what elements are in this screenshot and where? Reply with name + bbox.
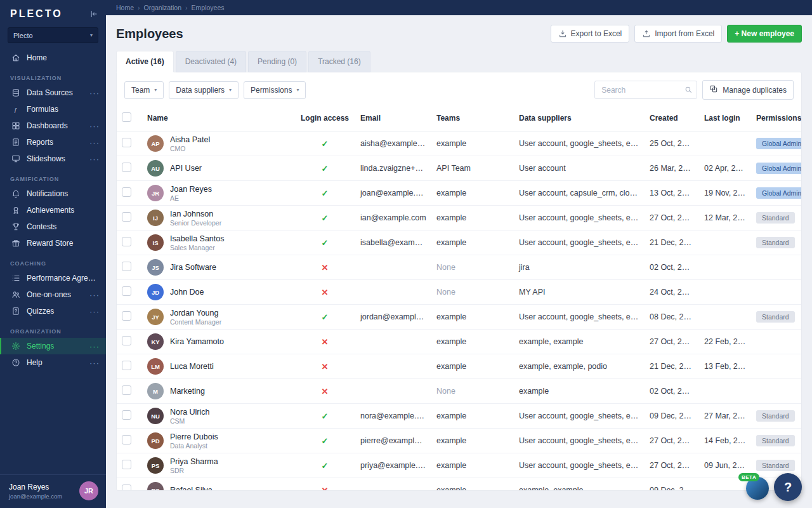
breadcrumb-separator: › xyxy=(185,4,188,11)
row-checkbox[interactable] xyxy=(122,336,131,345)
employee-name: John Doe xyxy=(170,288,204,297)
table-row[interactable]: MMarketing✕Noneexample02 Oct, 2024 xyxy=(117,379,801,404)
sidebar-item-contests[interactable]: Contests xyxy=(0,218,106,235)
login-access-granted-icon: ✓ xyxy=(322,139,329,149)
table-row[interactable]: KYKira Yamamoto✕exampleexample, example2… xyxy=(117,330,801,354)
breadcrumb-item-organization[interactable]: Organization xyxy=(144,4,182,11)
table-row[interactable]: APAisha PatelCMO✓aisha@example.comexampl… xyxy=(117,131,801,156)
table-row[interactable]: LMLuca Moretti✕exampleexample, example, … xyxy=(117,354,801,379)
collapse-sidebar-icon[interactable] xyxy=(89,10,98,18)
team-filter[interactable]: Team ▾ xyxy=(124,81,164,99)
table-row[interactable]: JYJordan YoungContent Manager✓jordan@exa… xyxy=(117,305,801,330)
item-options-icon[interactable]: ··· xyxy=(89,138,100,147)
item-options-icon[interactable]: ··· xyxy=(89,154,100,164)
export-to-excel-button[interactable]: Export to Excel xyxy=(551,25,630,43)
sidebar-item-formulas[interactable]: ƒFormulas xyxy=(0,101,106,117)
header-actions: Export to Excel Import from Excel + New … xyxy=(551,25,802,43)
row-checkbox[interactable] xyxy=(122,237,131,246)
import-from-excel-button[interactable]: Import from Excel xyxy=(634,25,722,43)
sidebar-item-home[interactable]: Home xyxy=(0,50,106,66)
login-access-granted-icon: ✓ xyxy=(322,164,329,173)
new-employee-button[interactable]: + New employee xyxy=(727,25,802,43)
workspace-selector[interactable]: Plecto ▾ xyxy=(8,27,98,43)
employee-role: Sales Manager xyxy=(170,244,224,251)
sidebar-item-dashboards[interactable]: Dashboards··· xyxy=(0,117,106,134)
row-checkbox[interactable] xyxy=(122,262,131,271)
row-checkbox[interactable] xyxy=(122,138,131,147)
user-profile[interactable]: Joan Reyes joan@example.com JR xyxy=(0,474,106,508)
row-checkbox[interactable] xyxy=(122,361,131,370)
tab-pending[interactable]: Pending (0) xyxy=(248,51,306,72)
tab-active[interactable]: Active (16) xyxy=(116,51,174,72)
tab-tracked[interactable]: Tracked (16) xyxy=(308,51,370,72)
breadcrumb-item-home[interactable]: Home xyxy=(116,4,134,11)
search-input[interactable] xyxy=(594,81,697,99)
permissions-cell xyxy=(751,280,801,305)
sidebar-item-reports[interactable]: Reports··· xyxy=(0,134,106,150)
sidebar-item-settings[interactable]: Settings··· xyxy=(0,338,106,354)
table-row[interactable]: JDJohn Doe✕NoneMY API24 Oct, 2024 xyxy=(117,280,801,305)
employee-name-cell: NUNora UlrichCSM xyxy=(147,407,289,425)
table-row[interactable]: PSPriya SharmaSDR✓priya@example.comexamp… xyxy=(117,453,801,478)
sidebar-item-data-sources[interactable]: Data Sources··· xyxy=(0,84,106,101)
item-options-icon[interactable]: ··· xyxy=(89,121,100,131)
avatar: JS xyxy=(147,259,164,276)
help-launcher-button[interactable]: ? xyxy=(774,473,802,501)
created-cell: 26 Mar, 2024 xyxy=(645,156,699,181)
svg-text:ƒ: ƒ xyxy=(14,106,18,113)
row-checkbox[interactable] xyxy=(122,435,131,444)
row-checkbox[interactable] xyxy=(122,286,131,296)
row-checkbox[interactable] xyxy=(122,212,131,222)
row-checkbox[interactable] xyxy=(122,485,131,491)
sidebar-item-help[interactable]: Help··· xyxy=(0,354,106,371)
sidebar-section-organization: ORGANIZATION xyxy=(0,319,106,338)
permissions-cell: Global Admin xyxy=(751,181,801,206)
table-row[interactable]: IJIan JohnsonSenior Developer✓ian@exampl… xyxy=(117,206,801,231)
item-options-icon[interactable]: ··· xyxy=(89,358,100,368)
row-checkbox[interactable] xyxy=(122,460,131,469)
permissions-filter[interactable]: Permissions ▾ xyxy=(244,81,306,99)
created-cell: 21 Dec, 2021 xyxy=(645,231,699,255)
tab-deactivated[interactable]: Deactivated (4) xyxy=(176,51,246,72)
sidebar-item-performance-agreements[interactable]: Performance Agreements xyxy=(0,270,106,286)
select-all-checkbox[interactable] xyxy=(122,112,131,122)
last-login-cell xyxy=(699,280,751,305)
column-header-teams: Teams xyxy=(431,107,514,131)
breadcrumb-separator: › xyxy=(138,4,140,11)
row-checkbox[interactable] xyxy=(122,410,131,420)
table-row[interactable]: ISIsabella SantosSales Manager✓isabella@… xyxy=(117,231,801,255)
manage-duplicates-button[interactable]: Manage duplicates xyxy=(702,80,794,100)
email-cell: priya@example.com xyxy=(355,453,431,478)
breadcrumb-item-employees[interactable]: Employees xyxy=(192,4,225,11)
item-options-icon[interactable]: ··· xyxy=(89,290,100,300)
table-row[interactable]: JRJoan ReyesAE✓joan@example.comexampleUs… xyxy=(117,181,801,206)
teams-cell: example xyxy=(431,404,514,429)
avatar: LM xyxy=(147,358,164,375)
row-checkbox[interactable] xyxy=(122,385,131,395)
table-row[interactable]: PDPierre DuboisData Analyst✓pierre@examp… xyxy=(117,429,801,453)
sidebar-item-slideshows[interactable]: Slideshows··· xyxy=(0,150,106,167)
table-row[interactable]: RSRafael Silva✕exampleexample, example09… xyxy=(117,478,801,491)
table-row[interactable]: JSJira Software✕Nonejira02 Oct, 2024 xyxy=(117,255,801,280)
item-options-icon[interactable]: ··· xyxy=(89,307,100,316)
row-checkbox[interactable] xyxy=(122,311,131,321)
login-access-denied-icon: ✕ xyxy=(322,387,329,396)
sidebar-item-notifications[interactable]: Notifications xyxy=(0,185,106,202)
item-options-icon[interactable]: ··· xyxy=(89,88,100,98)
table-row[interactable]: NUNora UlrichCSM✓nora@example.comexample… xyxy=(117,404,801,429)
beta-assistant-bubble[interactable]: BETA xyxy=(746,477,769,500)
table-row[interactable]: AUAPI User✓linda.zvaigzne+api@…API TeamU… xyxy=(117,156,801,181)
employee-role: CMO xyxy=(170,145,210,152)
data-suppliers-filter[interactable]: Data suppliers ▾ xyxy=(169,81,239,99)
sidebar-item-reward-store[interactable]: Reward Store xyxy=(0,235,106,251)
employee-name-cell: ISIsabella SantosSales Manager xyxy=(147,234,289,251)
sidebar-item-quizzes[interactable]: Quizzes··· xyxy=(0,303,106,319)
employee-name-stack: Jordan YoungContent Manager xyxy=(170,309,221,326)
row-checkbox[interactable] xyxy=(122,187,131,197)
sidebar-item-achievements[interactable]: Achievements xyxy=(0,202,106,218)
import-icon xyxy=(642,29,651,38)
row-checkbox[interactable] xyxy=(122,163,131,172)
item-options-icon[interactable]: ··· xyxy=(89,342,100,351)
employee-name: Ian Johnson xyxy=(170,210,221,218)
sidebar-item-one-on-ones[interactable]: One-on-ones··· xyxy=(0,286,106,303)
